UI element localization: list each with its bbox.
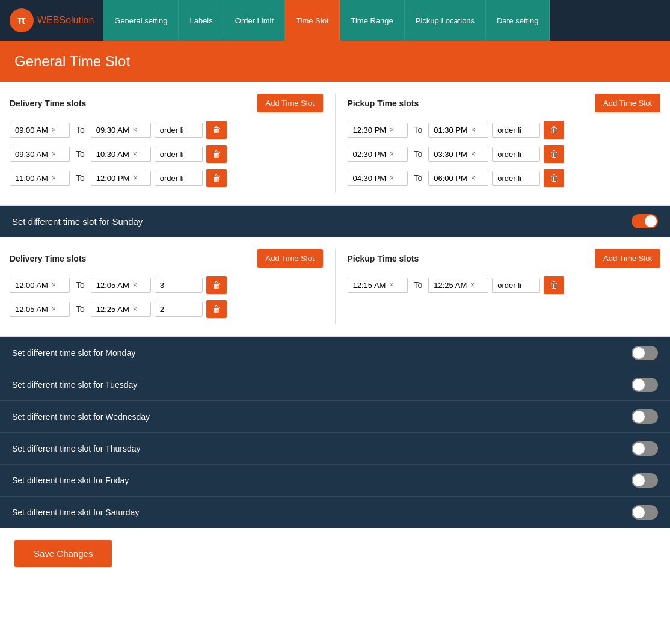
to-label-p2: To — [414, 173, 423, 183]
to-label-d2: To — [76, 173, 85, 183]
logo-text: WEBSolution — [37, 15, 94, 26]
pickup-order-0[interactable] — [492, 123, 540, 138]
nav-time-slot[interactable]: Time Slot — [285, 0, 340, 41]
delivery-to-0[interactable]: 09:30 AM × — [91, 123, 151, 138]
page: General Time Slot Delivery Time slots Ad… — [0, 41, 670, 644]
nav-date-setting[interactable]: Date setting — [486, 0, 550, 41]
delivery-order-0[interactable] — [155, 123, 203, 138]
sunday-delivery-to-0[interactable]: 12:05 AM × — [91, 278, 151, 293]
logo-web: WEB — [37, 15, 59, 25]
delivery-to-0-clear[interactable]: × — [133, 126, 137, 134]
add-pickup-slot-btn[interactable]: Add Time Slot — [595, 94, 660, 112]
nav-general-setting[interactable]: General setting — [103, 0, 179, 41]
pickup-from-2[interactable]: 04:30 PM × — [348, 171, 408, 186]
sunday-delivery-title: Delivery Time slots — [10, 254, 86, 263]
sunday-delivery-to-1-clear[interactable]: × — [133, 305, 137, 313]
delivery-to-1[interactable]: 10:30 AM × — [91, 147, 151, 162]
pickup-order-2[interactable] — [492, 171, 540, 186]
sunday-delivery-order-1[interactable] — [155, 302, 203, 317]
delete-delivery-0[interactable]: 🗑 — [206, 121, 227, 139]
logo-icon: π — [10, 8, 34, 32]
sunday-delivery-from-0[interactable]: 12:00 AM × — [10, 278, 70, 293]
delivery-to-2[interactable]: 12:00 PM × — [91, 171, 151, 186]
day-row-label-0: Set different time slot for Monday — [12, 348, 135, 358]
nav-labels[interactable]: Labels — [179, 0, 224, 41]
delete-sunday-pickup-0[interactable]: 🗑 — [544, 276, 564, 294]
sunday-timeslots-divider — [335, 249, 336, 324]
sunday-toggle[interactable] — [632, 214, 658, 228]
delivery-from-2[interactable]: 11:00 AM × — [10, 171, 70, 186]
delivery-slot-row-1: 09:30 AM × To 10:30 AM × 🗑 — [10, 145, 323, 163]
delete-pickup-0[interactable]: 🗑 — [544, 121, 564, 139]
nav-pickup-locations[interactable]: Pickup Locations — [405, 0, 486, 41]
pickup-from-1[interactable]: 02:30 PM × — [348, 147, 408, 162]
nav-order-limit[interactable]: Order Limit — [224, 0, 285, 41]
delivery-from-0-clear[interactable]: × — [52, 126, 56, 134]
save-changes-btn[interactable]: Save Changes — [14, 540, 112, 567]
sunday-pickup-to-0-clear[interactable]: × — [470, 281, 475, 289]
delete-sunday-delivery-0[interactable]: 🗑 — [206, 276, 227, 294]
day-toggle-1[interactable] — [632, 378, 658, 392]
delete-delivery-2[interactable]: 🗑 — [206, 169, 227, 187]
delivery-to-2-clear[interactable]: × — [133, 174, 137, 182]
sunday-pickup-from-0-clear[interactable]: × — [389, 281, 393, 289]
delivery-to-1-clear[interactable]: × — [133, 150, 137, 158]
sunday-delivery-to-1[interactable]: 12:25 AM × — [91, 302, 151, 317]
nav-time-range[interactable]: Time Range — [340, 0, 404, 41]
pickup-slot-row-0: 12:30 PM × To 01:30 PM × 🗑 — [348, 121, 661, 139]
pickup-to-2[interactable]: 06:00 PM × — [428, 171, 488, 186]
add-sunday-pickup-btn[interactable]: Add Time Slot — [595, 249, 660, 268]
delete-delivery-1[interactable]: 🗑 — [206, 145, 227, 163]
to-label-p1: To — [414, 149, 423, 159]
sunday-delivery-from-0-clear[interactable]: × — [52, 281, 56, 289]
sunday-delivery-from-1-clear[interactable]: × — [52, 305, 56, 313]
to-label-sp0: To — [414, 280, 423, 290]
add-delivery-slot-btn[interactable]: Add Time Slot — [257, 94, 323, 112]
pickup-column: Pickup Time slots Add Time Slot 12:30 PM… — [348, 94, 661, 193]
day-toggle-2[interactable] — [632, 409, 658, 424]
sunday-pickup-order-0[interactable] — [492, 278, 540, 293]
delete-pickup-2[interactable]: 🗑 — [544, 169, 564, 187]
delivery-from-1-clear[interactable]: × — [52, 150, 56, 158]
delivery-from-0[interactable]: 09:00 AM × — [10, 123, 70, 138]
day-toggle-0[interactable] — [632, 346, 658, 360]
sunday-delivery-order-0[interactable] — [155, 278, 203, 293]
add-sunday-delivery-btn[interactable]: Add Time Slot — [257, 249, 323, 268]
pickup-from-0[interactable]: 12:30 PM × — [348, 123, 408, 138]
sunday-pickup-from-0[interactable]: 12:15 AM × — [348, 278, 408, 293]
pickup-from-1-clear[interactable]: × — [390, 150, 394, 158]
delivery-slot-row-2: 11:00 AM × To 12:00 PM × 🗑 — [10, 169, 323, 187]
day-toggle-5[interactable] — [632, 505, 658, 520]
day-toggle-4[interactable] — [632, 473, 658, 488]
delivery-from-1[interactable]: 09:30 AM × — [10, 147, 70, 162]
logo-solution: Solution — [59, 15, 94, 25]
pickup-to-1[interactable]: 03:30 PM × — [428, 147, 488, 162]
sunday-delivery-to-0-clear[interactable]: × — [133, 281, 137, 289]
sunday-pickup-column: Pickup Time slots Add Time Slot 12:15 AM… — [348, 249, 661, 324]
delete-sunday-delivery-1[interactable]: 🗑 — [206, 300, 227, 318]
sunday-delivery-from-1[interactable]: 12:05 AM × — [10, 302, 70, 317]
pickup-from-2-clear[interactable]: × — [390, 174, 394, 182]
pickup-order-1[interactable] — [492, 147, 540, 162]
pickup-title: Pickup Time slots — [348, 99, 419, 108]
day-toggle-knob-1 — [633, 379, 645, 391]
pickup-to-0-clear[interactable]: × — [471, 126, 475, 134]
delivery-order-1[interactable] — [155, 147, 203, 162]
logo-area: π WEBSolution — [0, 0, 103, 41]
delivery-slot-row-0: 09:00 AM × To 09:30 AM × 🗑 — [10, 121, 323, 139]
delete-pickup-1[interactable]: 🗑 — [544, 145, 564, 163]
delivery-from-2-clear[interactable]: × — [52, 174, 56, 182]
delivery-order-2[interactable] — [155, 171, 203, 186]
day-row-label-4: Set different time slot for Friday — [12, 476, 129, 485]
sunday-pickup-to-0[interactable]: 12:25 AM × — [428, 278, 488, 293]
pickup-to-2-clear[interactable]: × — [471, 174, 475, 182]
day-row-label-1: Set different time slot for Tuesday — [12, 380, 137, 390]
pickup-to-0[interactable]: 01:30 PM × — [428, 123, 488, 138]
day-row-label-3: Set different time slot for Thursday — [12, 444, 140, 453]
day-toggle-3[interactable] — [632, 441, 658, 456]
pickup-to-1-clear[interactable]: × — [471, 150, 475, 158]
day-row-4: Set different time slot for Friday — [0, 464, 670, 496]
day-toggle-knob-4 — [633, 474, 645, 486]
pickup-from-0-clear[interactable]: × — [390, 126, 394, 134]
navbar: π WEBSolution General setting Labels Ord… — [0, 0, 670, 41]
